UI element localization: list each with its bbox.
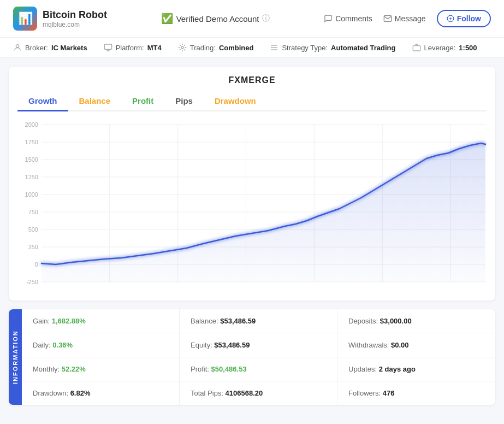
tab-pips[interactable]: Pips: [164, 92, 204, 111]
message-label: Message: [395, 14, 426, 23]
message-button[interactable]: Message: [383, 14, 426, 23]
svg-rect-9: [413, 46, 420, 51]
broker-label: Broker:: [25, 44, 48, 52]
tab-growth[interactable]: Growth: [17, 92, 68, 111]
svg-text:500: 500: [28, 226, 38, 233]
logo-title: Bitcoin Robot: [43, 9, 107, 21]
stat-cell: Drawdown: 6.82%: [22, 381, 180, 405]
broker-icon: [13, 43, 22, 52]
platform-value: MT4: [147, 44, 162, 52]
comments-icon: [324, 14, 333, 23]
strategy-value: Automated Trading: [331, 44, 395, 52]
stat-cell: Profit: $50,486.53: [180, 357, 337, 381]
svg-text:0: 0: [35, 261, 38, 268]
svg-rect-4: [104, 44, 111, 49]
header-actions: Comments Message Follow: [324, 10, 491, 27]
svg-text:750: 750: [28, 209, 38, 215]
follow-label: Follow: [457, 14, 481, 23]
broker-value: IC Markets: [51, 44, 87, 52]
verified-area: ✅ Verified Demo Account ⓘ: [161, 13, 270, 25]
logo-icon: 📊: [13, 7, 37, 31]
verified-label: Verified Demo Account: [176, 14, 259, 23]
stat-cell: Equity: $53,486.59: [180, 333, 337, 357]
meta-bar: Broker: IC Markets Platform: MT4 Trading…: [0, 38, 504, 58]
stat-cell: Daily: 0.36%: [22, 333, 180, 357]
leverage-icon: [412, 43, 421, 52]
tab-drawdown[interactable]: Drawdown: [204, 92, 267, 111]
trading-label: Trading:: [190, 44, 216, 52]
stat-cell: Total Pips: 4106568.20: [180, 381, 337, 405]
chart-section: FXMERGE Growth Balance Profit Pips Drawd…: [9, 67, 495, 301]
verified-icon: ✅: [161, 13, 173, 25]
tab-balance[interactable]: Balance: [68, 92, 122, 111]
svg-text:250: 250: [28, 244, 38, 250]
follow-icon: [447, 15, 454, 22]
strategy-info: Strategy Type: Automated Trading: [270, 43, 395, 52]
svg-text:-250: -250: [26, 279, 38, 285]
trading-value: Combined: [219, 44, 254, 52]
stat-cell: Followers: 476: [337, 381, 495, 405]
svg-point-5: [181, 46, 183, 49]
stat-cell: Deposits: $3,000.00: [337, 309, 495, 333]
svg-text:1000: 1000: [25, 191, 38, 198]
comments-button[interactable]: Comments: [324, 14, 372, 23]
leverage-value: 1:500: [459, 44, 477, 52]
svg-text:1250: 1250: [25, 174, 38, 180]
broker-info: Broker: IC Markets: [13, 43, 87, 52]
stat-cell: Updates: 2 days ago: [337, 357, 495, 381]
logo-text: Bitcoin Robot mqlblue.com: [43, 9, 107, 28]
tab-profit[interactable]: Profit: [121, 92, 164, 111]
side-label: INFORMATION: [9, 309, 22, 405]
platform-label: Platform:: [116, 44, 144, 52]
leverage-label: Leverage:: [424, 44, 456, 52]
logo-area: 📊 Bitcoin Robot mqlblue.com: [13, 7, 107, 31]
stats-section: INFORMATION Gain: 1,682.88%Balance: $53,…: [9, 309, 495, 405]
logo-subtitle: mqlblue.com: [43, 21, 107, 28]
stats-grid: Gain: 1,682.88%Balance: $53,486.59Deposi…: [22, 309, 495, 405]
header: 📊 Bitcoin Robot mqlblue.com ✅ Verified D…: [0, 0, 504, 38]
svg-text:1750: 1750: [25, 139, 38, 145]
chart-title: FXMERGE: [17, 75, 487, 85]
svg-text:1500: 1500: [25, 156, 38, 163]
platform-icon: [104, 43, 112, 52]
svg-text:2000: 2000: [25, 121, 38, 128]
verified-info-icon[interactable]: ⓘ: [262, 14, 270, 23]
leverage-info: Leverage: 1:500: [412, 43, 477, 52]
message-icon: [383, 14, 392, 23]
stat-cell: Balance: $53,486.59: [180, 309, 337, 333]
strategy-icon: [270, 43, 278, 52]
chart-tabs: Growth Balance Profit Pips Drawdown: [17, 92, 487, 111]
chart-container: 2000 1750 1500 1250 1000 750 500 250 0 -…: [17, 117, 487, 292]
chart-svg: 2000 1750 1500 1250 1000 750 500 250 0 -…: [17, 117, 487, 292]
trading-icon: [178, 43, 187, 52]
svg-point-3: [16, 45, 19, 48]
stat-cell: Gain: 1,682.88%: [22, 309, 180, 333]
stat-cell: Withdrawals: $0.00: [337, 333, 495, 357]
follow-button[interactable]: Follow: [437, 10, 491, 27]
stat-cell: Monthly: 52.22%: [22, 357, 180, 381]
platform-info: Platform: MT4: [104, 43, 162, 52]
strategy-label: Strategy Type:: [282, 44, 328, 52]
comments-label: Comments: [335, 14, 372, 23]
trading-info: Trading: Combined: [178, 43, 254, 52]
